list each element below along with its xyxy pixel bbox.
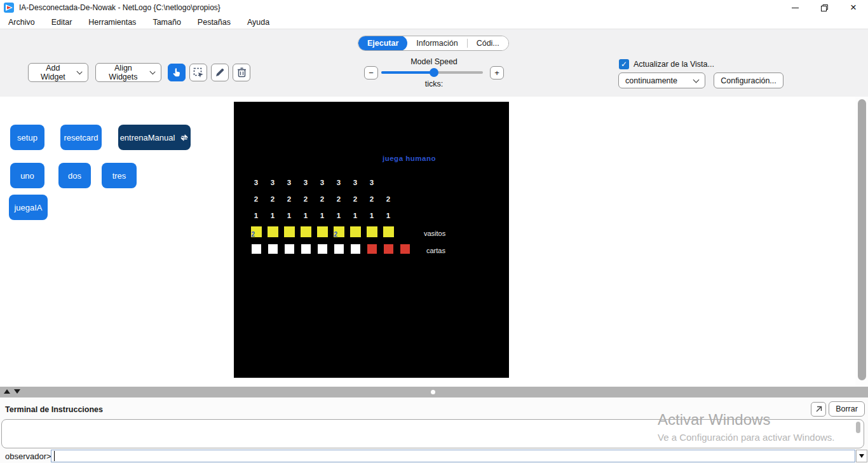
entrena-manual-forever-button[interactable]: entrenaManual bbox=[118, 125, 191, 150]
menu-item[interactable]: Herramientas bbox=[88, 18, 136, 27]
carta-square bbox=[400, 244, 410, 254]
tres-button[interactable]: tres bbox=[102, 163, 137, 188]
number-row-1: 111111111 bbox=[248, 212, 397, 219]
resetcard-button[interactable]: resetcard bbox=[60, 125, 102, 150]
tab-informacion[interactable]: Información bbox=[407, 36, 466, 51]
carta-cell bbox=[347, 244, 363, 254]
carta-square bbox=[318, 244, 327, 254]
number-label: 3 bbox=[297, 179, 314, 186]
speed-increase-button[interactable]: + bbox=[490, 66, 504, 79]
terminal-scrollbar-thumb[interactable] bbox=[856, 422, 860, 433]
vasito-square: 2 bbox=[334, 226, 344, 237]
splitter-up-arrow-icon[interactable] bbox=[4, 389, 10, 394]
tab-bar: Ejecutar Información Códi... bbox=[358, 36, 509, 51]
view-caption: juega humano bbox=[383, 155, 436, 162]
terminal-output[interactable] bbox=[1, 419, 864, 448]
speed-decrease-button[interactable]: − bbox=[364, 66, 378, 79]
terminal-export-button[interactable] bbox=[811, 402, 826, 417]
command-center: Terminal de Instrucciones Borrar observa… bbox=[0, 397, 868, 463]
carta-square bbox=[268, 244, 278, 254]
hand-pointer-icon bbox=[172, 67, 182, 78]
view-update-checkbox[interactable]: ✓ bbox=[619, 59, 629, 69]
chevron-down-icon bbox=[693, 76, 700, 83]
vasitos-row: 2 bbox=[248, 226, 397, 237]
close-button[interactable]: × bbox=[839, 0, 868, 15]
speed-slider-fill bbox=[381, 71, 434, 74]
number-row-3: 33333333 bbox=[248, 179, 380, 186]
entrena-manual-label: entrenaManual bbox=[120, 133, 175, 142]
tab-codigo[interactable]: Códi... bbox=[468, 36, 508, 51]
main-vertical-scrollbar[interactable] bbox=[855, 97, 868, 387]
world-view[interactable]: juega humano 33333333 222222222 11111111… bbox=[234, 102, 509, 378]
trash-icon bbox=[237, 67, 247, 78]
carta-square bbox=[252, 244, 261, 254]
delete-widget-button[interactable] bbox=[233, 64, 250, 81]
number-label: 1 bbox=[248, 212, 264, 219]
dos-button[interactable]: dos bbox=[58, 163, 91, 188]
number-label: 3 bbox=[314, 179, 330, 186]
menu-item[interactable]: Editar bbox=[51, 18, 72, 27]
vasito-cell bbox=[264, 226, 281, 237]
select-widgets-button[interactable] bbox=[189, 64, 207, 81]
menu-item[interactable]: Ayuda bbox=[247, 18, 269, 27]
vasito-square bbox=[268, 226, 278, 237]
edit-widget-button[interactable] bbox=[211, 64, 229, 81]
command-line-row: observador> bbox=[0, 449, 868, 463]
popout-icon bbox=[815, 405, 823, 413]
speed-slider-thumb[interactable] bbox=[430, 68, 438, 77]
tab-ejecutar[interactable]: Ejecutar bbox=[358, 36, 407, 51]
setup-button[interactable]: setup bbox=[10, 125, 44, 150]
number-label: 2 bbox=[380, 195, 397, 203]
vasito-cell bbox=[281, 226, 297, 237]
carta-square bbox=[334, 244, 344, 254]
terminal-splitter[interactable] bbox=[0, 387, 868, 397]
carta-square bbox=[367, 244, 377, 254]
carta-square bbox=[301, 244, 311, 254]
menu-item[interactable]: Archivo bbox=[8, 18, 35, 27]
carta-cell bbox=[297, 244, 314, 254]
speed-slider[interactable] bbox=[381, 71, 483, 74]
vasito-square bbox=[317, 226, 328, 237]
scrollbar-thumb[interactable] bbox=[858, 99, 866, 380]
view-settings-button[interactable]: Configuración... bbox=[714, 73, 783, 88]
menu-item[interactable]: Tamaño bbox=[153, 18, 180, 27]
carta-square bbox=[384, 244, 393, 254]
carta-cell bbox=[380, 244, 397, 254]
align-widgets-dropdown[interactable]: Align Widgets bbox=[95, 63, 161, 82]
vasito-count-label: 2 bbox=[252, 231, 255, 238]
number-label: 2 bbox=[314, 195, 330, 203]
number-label: 1 bbox=[281, 212, 297, 219]
number-label: 1 bbox=[363, 212, 380, 219]
view-update-row: ✓ Actualizar de la Vista... bbox=[619, 59, 714, 69]
splitter-grip-dot[interactable] bbox=[431, 390, 435, 394]
menu-item[interactable]: Pestañas bbox=[198, 18, 231, 27]
command-input[interactable] bbox=[51, 450, 855, 462]
window-controls: × bbox=[780, 0, 868, 15]
add-widget-dropdown[interactable]: Add Widget bbox=[28, 63, 88, 82]
minimize-icon bbox=[792, 8, 799, 8]
number-label: 1 bbox=[264, 212, 281, 219]
terminal-title: Terminal de Instrucciones bbox=[5, 405, 103, 414]
model-speed-label: Model Speed bbox=[364, 57, 504, 66]
splitter-down-arrow-icon[interactable] bbox=[14, 389, 20, 394]
command-history-dropdown[interactable] bbox=[856, 450, 867, 462]
cartas-label: cartas bbox=[426, 247, 445, 254]
number-label: 3 bbox=[264, 179, 281, 186]
uno-button[interactable]: uno bbox=[10, 163, 44, 188]
carta-cell bbox=[397, 244, 413, 254]
update-mode-dropdown[interactable]: continuamente bbox=[618, 73, 705, 88]
carta-cell bbox=[281, 244, 297, 254]
add-widget-label: Add Widget bbox=[35, 64, 71, 81]
minimize-button[interactable] bbox=[780, 0, 810, 15]
juegaia-button[interactable]: juegaIA bbox=[9, 195, 48, 220]
carta-cell bbox=[264, 244, 281, 254]
carta-cell bbox=[248, 244, 264, 254]
dropdown-arrow-icon bbox=[859, 454, 864, 458]
hand-tool-button[interactable] bbox=[168, 64, 186, 81]
vasito-square bbox=[383, 226, 394, 237]
terminal-clear-button[interactable]: Borrar bbox=[829, 401, 865, 417]
restore-button[interactable] bbox=[810, 0, 839, 15]
number-row-2: 222222222 bbox=[248, 195, 397, 203]
ticks-counter: ticks: bbox=[364, 79, 504, 88]
number-label: 2 bbox=[330, 195, 347, 203]
